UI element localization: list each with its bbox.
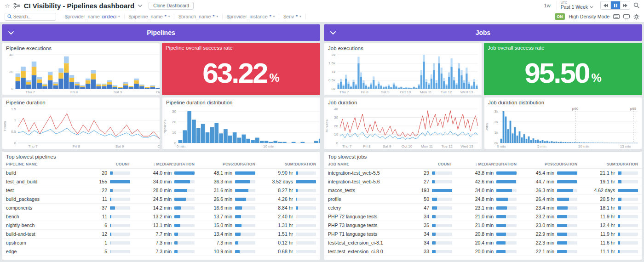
chevron-down-icon[interactable] <box>8 31 14 35</box>
jobs-distribution-chart[interactable]: 0k1k2k3kJobs0 min5 min10 min15 minp90p95 <box>484 106 642 149</box>
cell-sum: 11.1 hr <box>577 249 638 254</box>
table-row-8[interactable]: upstream17.3 min7.3 min0.12 hr <box>2 239 320 247</box>
value-bar <box>235 198 255 201</box>
zoom-search-icon[interactable] <box>633 2 639 8</box>
cell-value: 34.0 min <box>475 188 494 193</box>
svg-text:15 min: 15 min <box>620 144 631 148</box>
high-density-toggle[interactable]: ON <box>555 13 565 20</box>
cell-count: 1 <box>83 240 130 245</box>
pipelines-executions-chart[interactable]: 02040Thu 7Fri 8Sat 9Oct 10Mon 11Tue 12We… <box>2 51 160 95</box>
cell-count: 11 <box>83 214 130 219</box>
skip-backward-button[interactable] <box>601 1 610 9</box>
column-header-3[interactable]: PC95:DURATION <box>517 162 577 166</box>
table-row-2[interactable]: macos_tests19334.0 min36.3 min4.62 days <box>324 186 642 195</box>
value-bar-fill <box>432 215 436 218</box>
keyboard-icon[interactable] <box>613 14 620 19</box>
column-header-0[interactable]: JOB NAME <box>328 162 405 166</box>
column-header-4[interactable]: SUM:DURATION <box>577 162 638 166</box>
favorite-star-icon[interactable]: ☆ <box>5 3 10 9</box>
pipelines-distribution-chart[interactable]: 0102030Pipelines0 min10 min20 min30 minp… <box>162 106 320 149</box>
template-variable-provider_instance[interactable]: $provider_instance*▾ <box>223 14 279 19</box>
job-duration-plot[interactable]: 010203040MinutesThu 7Fri 8Sat 9Oct 10Mon… <box>324 106 482 149</box>
group-header-pipelines[interactable]: Pipelines <box>2 24 320 41</box>
table-row-8[interactable]: test-test_extension_ci-8.13420.4 min22.3… <box>324 239 642 247</box>
table-row-7[interactable]: PHP 71 language tests3420.8 min22.9 min1… <box>324 230 642 239</box>
job-duration-distribution-plot[interactable]: 0k1k2k3kJobs0 min5 min10 min15 minp90p95 <box>484 106 642 149</box>
search-box[interactable] <box>5 13 56 21</box>
table-row-9[interactable]: test-test_extension_ci-8.03320.0 min22.1… <box>324 247 642 256</box>
value-bar <box>110 215 130 218</box>
column-header-2[interactable]: ↓MEDIAN:DURATION <box>130 162 195 166</box>
jobs-executions-chart[interactable]: 0k0.5k1k1.5k2kThu 7Fri 8Sat 9Oct 10Mon 1… <box>324 51 482 95</box>
job-executions-plot[interactable]: 0k0.5k1k1.5k2kThu 7Fri 8Sat 9Oct 10Mon 1… <box>324 51 482 95</box>
table-row-7[interactable]: build-and-test127.7 min13.4 min1.51 hr <box>2 230 320 239</box>
top-bar-left: ☆ CI Visibility - Pipelines dashboard Cl… <box>5 2 194 10</box>
table-row-4[interactable]: components3714.2 min16.6 min8.84 hr <box>2 204 320 212</box>
pipeline-executions-plot[interactable]: 02040Thu 7Fri 8Sat 9Oct 10Mon 11Tue 12We… <box>2 51 160 95</box>
value-bar-fill <box>618 215 620 218</box>
table-row-6[interactable]: PHP 73 language tests3521.0 min23.0 min1… <box>324 221 642 230</box>
column-header-1[interactable]: COUNT <box>405 162 452 166</box>
value-bar <box>496 171 517 175</box>
table-row-5[interactable]: bench1113.2 min13.7 min2.40 hr <box>2 212 320 221</box>
table-row-4[interactable]: celery4723.1 min23.4 min18.1 hr <box>324 204 642 212</box>
column-header-2[interactable]: ↓MEDIAN:DURATION <box>452 162 517 166</box>
value-bar <box>557 189 577 192</box>
pipelines-duration-chart[interactable]: 00.511.5HoursThu 7Fri 8Sat 9Oct 10Mon 11… <box>2 106 160 149</box>
svg-text:0: 0 <box>336 141 339 145</box>
cell-value: 8.27 hr <box>278 188 293 193</box>
pipeline-duration-plot[interactable]: 00.511.5HoursThu 7Fri 8Sat 9Oct 10Mon 11… <box>2 106 160 149</box>
table-row-1[interactable]: integration-test_web-5.62742.6 min44.7 m… <box>324 177 642 186</box>
value-bar-fill <box>110 250 110 253</box>
success-rate-number: 95.50 <box>524 60 589 86</box>
gear-icon[interactable] <box>633 14 639 20</box>
column-header-3[interactable]: PC95:DURATION <box>195 162 255 166</box>
column-header-1[interactable]: COUNT <box>83 162 130 166</box>
value-bar-fill <box>296 206 298 210</box>
group-header-jobs[interactable]: Jobs <box>324 24 642 41</box>
table-row-0[interactable]: integration-test_web-5.52943.8 min45.4 m… <box>324 169 642 177</box>
table-row-3[interactable]: profile5024.8 min26.4 min20.5 hr <box>324 195 642 204</box>
tv-screen-icon[interactable] <box>623 14 630 19</box>
table-row-2[interactable]: test2228.0 min31.6 min8.27 hr <box>2 186 320 195</box>
cell-pc95: 7.3 min <box>195 240 255 245</box>
value-bar-fill <box>174 233 178 236</box>
timeframe-shortcut[interactable]: 1w <box>541 2 553 9</box>
table-row-9[interactable]: edge57.3 min10.9 min0.68 hr <box>2 247 320 256</box>
template-variable-provider_name[interactable]: $provider_namecircleci▾ <box>61 14 125 19</box>
svg-text:Pipelines: Pipelines <box>163 120 167 134</box>
cell-count: 193 <box>405 188 452 193</box>
column-header-0[interactable]: PIPELINE NAME <box>6 162 83 166</box>
template-variable-branch_name[interactable]: $branch_name*▾ <box>174 14 223 19</box>
cell-pc95: 10.9 min <box>195 249 255 254</box>
cell-pc95: 13.4 min <box>195 231 255 237</box>
chevron-down-icon[interactable] <box>330 31 336 35</box>
clone-dashboard-button[interactable]: Clone Dashboard <box>149 2 194 10</box>
value-bar <box>296 233 316 236</box>
svg-text:40: 40 <box>9 53 13 57</box>
skip-forward-button[interactable] <box>620 1 630 9</box>
cell-value: 3.52 days <box>272 179 293 184</box>
table-row-5[interactable]: PHP 72 language tests3421.0 min23.2 min1… <box>324 212 642 221</box>
svg-text:2k: 2k <box>494 120 499 124</box>
table-row-6[interactable]: nightly-bench613.1 min15.0 min1.31 hr <box>2 221 320 230</box>
column-header-4[interactable]: SUM:DURATION <box>255 162 316 166</box>
svg-text:0k: 0k <box>332 87 336 91</box>
template-variable-env[interactable]: $env*▾ <box>279 14 305 19</box>
timeframe-picker[interactable]: UTC Past 1 Week <box>557 1 597 10</box>
jobs-duration-chart[interactable]: 010203040MinutesThu 7Fri 8Sat 9Oct 10Mon… <box>324 106 482 149</box>
group-pipelines: PipelinesPipeline executions02040Thu 7Fr… <box>2 24 320 260</box>
cell-median: 21.0 min <box>452 214 517 219</box>
title-chevron-down-icon[interactable] <box>138 4 143 7</box>
value-bar <box>110 241 130 245</box>
cell-sum: 2.40 hr <box>255 214 316 219</box>
cell-value: 23.0 min <box>536 222 554 228</box>
table-row-0[interactable]: build2044.0 min48.1 min9.90 hr <box>2 169 320 177</box>
template-variable-pipeline_name[interactable]: $pipeline_name*▾ <box>125 14 175 19</box>
pipeline-duration-distribution-plot[interactable]: 0102030Pipelines0 min10 min20 min30 minp… <box>162 106 320 149</box>
pause-button[interactable] <box>610 1 620 9</box>
table-row-1[interactable]: test_and_build15534.0 min36.3 min3.52 da… <box>2 177 320 186</box>
table-row-3[interactable]: build_packages1124.5 min26.6 min4.26 hr <box>2 195 320 204</box>
cell-value: 21.1 hr <box>600 170 615 176</box>
search-input[interactable] <box>13 14 53 19</box>
